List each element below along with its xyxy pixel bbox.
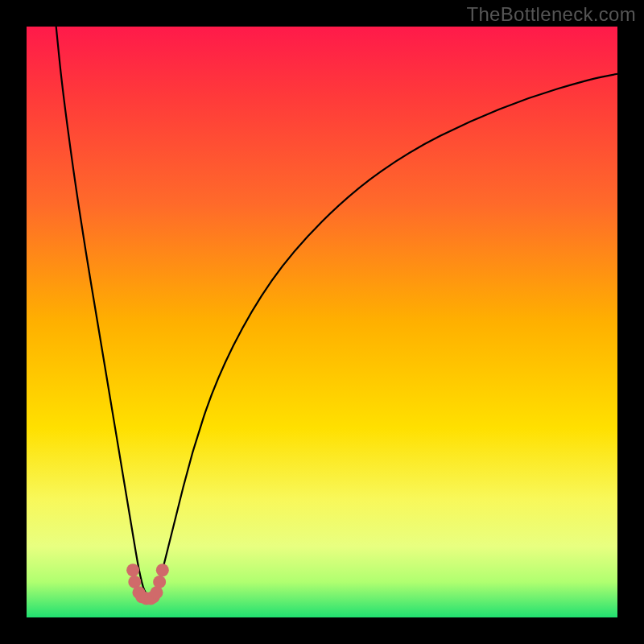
plot-background <box>27 27 617 617</box>
marker-dot <box>126 564 139 576</box>
marker-dot <box>156 564 169 576</box>
marker-dot <box>153 576 166 588</box>
watermark-text: TheBottleneck.com <box>466 3 636 26</box>
chart-svg <box>0 0 644 644</box>
chart-frame: TheBottleneck.com <box>0 0 644 644</box>
